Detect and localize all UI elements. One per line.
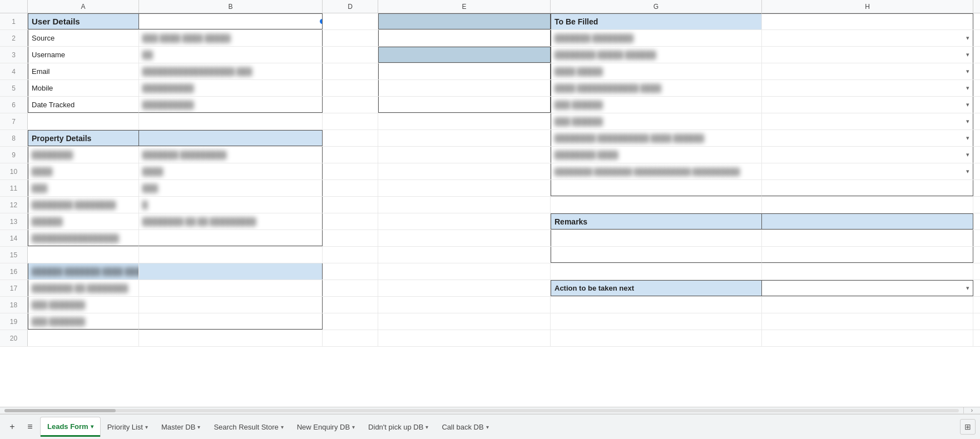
cell-h2[interactable]: ▾ xyxy=(762,30,973,46)
cell-b7[interactable] xyxy=(139,113,323,129)
cell-source-val[interactable]: ███ ████ ████ █████ xyxy=(139,30,323,46)
cell-a15[interactable] xyxy=(28,247,139,263)
cell-e1[interactable] xyxy=(378,13,551,29)
cell-d9[interactable] xyxy=(323,147,378,163)
cell-h15[interactable] xyxy=(762,247,973,263)
cell-h16[interactable] xyxy=(762,263,973,280)
cell-g10[interactable]: ████████ ████████ ████████████ █████████… xyxy=(551,163,762,179)
cell-d6[interactable] xyxy=(323,97,378,113)
cell-a7[interactable] xyxy=(28,113,139,129)
cell-b13[interactable]: ████████ ██ ██ █████████ xyxy=(139,213,323,230)
cell-a13[interactable]: ██████ xyxy=(28,213,139,230)
cell-g5[interactable]: ████ ████████████ ████ xyxy=(551,80,762,96)
cell-a19[interactable]: ███ ███████ xyxy=(28,313,139,330)
cell-d17[interactable] xyxy=(323,280,378,296)
cell-b19[interactable] xyxy=(139,313,323,330)
cell-g8[interactable]: ████████ ██████████ ████ ██████ xyxy=(551,130,762,146)
cell-username-val[interactable]: ██ xyxy=(139,47,323,63)
cell-e6[interactable] xyxy=(378,97,551,113)
cell-g2[interactable]: ███████ ████████ xyxy=(551,30,762,46)
cell-h6[interactable]: ▾ xyxy=(762,97,973,113)
cell-a18[interactable]: ███ ███████ xyxy=(28,297,139,313)
cell-b15[interactable] xyxy=(139,247,323,263)
tab-search-result-store[interactable]: Search Result Store ▾ xyxy=(207,417,290,437)
tab-callback-db[interactable]: Call back DB ▾ xyxy=(435,417,495,437)
cell-h8[interactable]: ▾ xyxy=(762,130,973,146)
cell-user-details[interactable]: User Details xyxy=(28,13,139,29)
cell-b20[interactable] xyxy=(139,330,323,346)
cell-b18[interactable] xyxy=(139,297,323,313)
cell-property-details-b[interactable] xyxy=(139,130,323,146)
horizontal-scrollbar[interactable] xyxy=(0,407,963,413)
cell-mobile-val[interactable]: ██████████ xyxy=(139,80,323,96)
cell-h18[interactable] xyxy=(762,297,973,313)
cell-d11[interactable] xyxy=(323,180,378,196)
cell-g18[interactable] xyxy=(551,297,762,313)
cell-h20[interactable] xyxy=(762,330,973,346)
tab-priority-list[interactable]: Priority List ▾ xyxy=(101,417,155,437)
cell-h14[interactable] xyxy=(762,230,973,246)
cell-g4[interactable]: ████ █████ xyxy=(551,63,762,79)
cell-h12[interactable] xyxy=(762,197,973,213)
cell-a10[interactable]: ████ xyxy=(28,163,139,179)
cell-e2[interactable] xyxy=(378,30,551,46)
add-sheet-button[interactable]: + xyxy=(4,419,20,435)
cell-action-next[interactable]: Action to be taken next xyxy=(551,280,762,296)
cell-a16[interactable]: ██████ ███████ ████ ██████████ xyxy=(28,263,139,280)
cell-d4[interactable] xyxy=(323,63,378,79)
cell-e9[interactable] xyxy=(378,147,551,163)
cell-h9[interactable]: ▾ xyxy=(762,147,973,163)
cell-h4[interactable]: ▾ xyxy=(762,63,973,79)
cell-email-val[interactable]: ██████████████████.███ xyxy=(139,63,323,79)
tab-leads-form[interactable]: Leads Form ▾ xyxy=(40,417,101,437)
cell-a17[interactable]: ████████ ██ ████████ xyxy=(28,280,139,296)
cell-h11[interactable] xyxy=(762,180,973,196)
cell-d15[interactable] xyxy=(323,247,378,263)
cell-mobile-label[interactable]: Mobile xyxy=(28,80,139,96)
cell-property-details[interactable]: Property Details xyxy=(28,130,139,146)
cell-b14[interactable] xyxy=(139,230,323,246)
col-header-d[interactable]: D xyxy=(323,0,378,13)
cell-d16[interactable] xyxy=(323,263,378,280)
cell-d8[interactable] xyxy=(323,130,378,146)
cell-e8[interactable] xyxy=(378,130,551,146)
cell-source-label[interactable]: Source xyxy=(28,30,139,46)
cell-g16[interactable] xyxy=(551,263,762,280)
cell-d14[interactable] xyxy=(323,230,378,246)
cell-a14[interactable]: █████████████████ xyxy=(28,230,139,246)
cell-b11[interactable]: ███ xyxy=(139,180,323,196)
cell-b1[interactable] xyxy=(139,13,323,29)
cell-g3[interactable]: ████████ █████ ██████ xyxy=(551,47,762,63)
cell-e20[interactable] xyxy=(378,330,551,346)
cell-b9[interactable]: ███████ █████████ xyxy=(139,147,323,163)
cell-date-tracked-val[interactable]: ██████████ xyxy=(139,97,323,113)
cell-e16[interactable] xyxy=(378,263,551,280)
tab-master-db[interactable]: Master DB ▾ xyxy=(155,417,207,437)
cell-e10[interactable] xyxy=(378,163,551,179)
cell-d12[interactable] xyxy=(323,197,378,213)
cell-g11[interactable] xyxy=(551,180,762,196)
cell-d7[interactable] xyxy=(323,113,378,129)
cell-e7[interactable] xyxy=(378,113,551,129)
col-header-h[interactable]: H xyxy=(762,0,973,13)
cell-a12[interactable]: ████████ ████████ xyxy=(28,197,139,213)
sheet-menu-button[interactable]: ≡ xyxy=(22,419,38,435)
cell-remarks[interactable]: Remarks xyxy=(551,213,762,230)
scroll-right-nav[interactable]: › xyxy=(963,407,980,413)
cell-d10[interactable] xyxy=(323,163,378,179)
cell-username-label[interactable]: Username xyxy=(28,47,139,63)
cell-email-label[interactable]: Email xyxy=(28,63,139,79)
cell-h3[interactable]: ▾ xyxy=(762,47,973,63)
cell-e5[interactable] xyxy=(378,80,551,96)
cell-e17[interactable] xyxy=(378,280,551,296)
cell-e19[interactable] xyxy=(378,313,551,330)
cell-g9[interactable]: ████████ ████ xyxy=(551,147,762,163)
tab-didnt-pickup-db[interactable]: Didn't pick up DB ▾ xyxy=(362,417,435,437)
cell-h1[interactable] xyxy=(762,13,973,29)
col-header-a[interactable]: A xyxy=(28,0,139,13)
cell-d3[interactable] xyxy=(323,47,378,63)
cell-d5[interactable] xyxy=(323,80,378,96)
cell-d18[interactable] xyxy=(323,297,378,313)
cell-b17[interactable] xyxy=(139,280,323,296)
cell-remarks-h[interactable] xyxy=(762,213,973,230)
